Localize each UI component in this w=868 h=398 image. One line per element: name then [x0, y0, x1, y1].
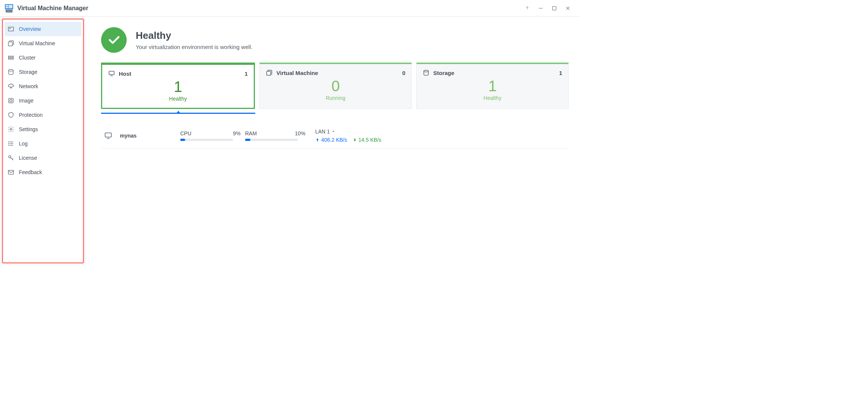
- card-sub-label: Healthy: [423, 95, 562, 101]
- svg-rect-29: [109, 71, 114, 75]
- sidebar-item-log[interactable]: Log: [5, 136, 81, 151]
- storage-icon: [8, 69, 14, 75]
- mail-icon: [8, 169, 14, 176]
- sidebar-item-label: Feedback: [19, 169, 42, 175]
- titlebar: Virtual Machine Manager: [0, 0, 579, 17]
- sidebar-item-label: Protection: [19, 112, 43, 118]
- lan-metric: LAN 1 406.2 KB/s 14.5 KB/s: [315, 129, 381, 143]
- card-count: 1: [245, 70, 248, 77]
- card-label: Virtual Machine: [276, 70, 318, 76]
- svg-point-23: [10, 129, 12, 130]
- sidebar-item-label: Network: [19, 83, 38, 89]
- sidebar-item-label: Virtual Machine: [19, 40, 55, 46]
- sidebar-item-feedback[interactable]: Feedback: [5, 165, 81, 179]
- svg-rect-17: [8, 56, 9, 60]
- card-big-value: 0: [266, 78, 405, 93]
- svg-point-10: [527, 9, 527, 10]
- sidebar: Overview Virtual Machine Cluster Storage…: [2, 18, 84, 263]
- vm-icon: [266, 69, 273, 76]
- cpu-value: 9%: [233, 130, 241, 136]
- sidebar-item-virtual-machine[interactable]: Virtual Machine: [5, 36, 81, 51]
- sidebar-item-license[interactable]: License: [5, 151, 81, 165]
- network-icon: [8, 83, 14, 90]
- svg-rect-31: [267, 71, 271, 75]
- svg-point-32: [424, 70, 428, 72]
- svg-rect-33: [105, 133, 112, 137]
- svg-rect-11: [539, 8, 542, 8]
- monitor-icon: [104, 132, 113, 140]
- lan-selector[interactable]: LAN 1: [315, 129, 381, 135]
- main-content: Healthy Your virtualization environment …: [86, 17, 579, 265]
- card-count: 0: [402, 70, 405, 76]
- sidebar-item-settings[interactable]: Settings: [5, 122, 81, 136]
- card-count: 1: [559, 70, 562, 76]
- card-big-value: 1: [423, 78, 562, 93]
- sidebar-item-label: License: [19, 155, 37, 161]
- close-button[interactable]: [561, 2, 575, 15]
- svg-point-20: [9, 69, 13, 71]
- status-title: Healthy: [136, 30, 253, 41]
- status-header: Healthy Your virtualization environment …: [101, 27, 569, 53]
- sidebar-item-label: Overview: [19, 26, 41, 32]
- help-button[interactable]: [520, 2, 534, 15]
- host-row[interactable]: mynas CPU 9% RAM 10%: [101, 123, 569, 148]
- sidebar-item-protection[interactable]: Protection: [5, 108, 81, 122]
- svg-point-24: [9, 142, 9, 142]
- card-big-value: 1: [108, 79, 248, 94]
- sidebar-item-label: Settings: [19, 126, 38, 132]
- lan-download: 14.5 KB/s: [353, 137, 382, 143]
- app-window: Virtual Machine Manager Overview Virtua: [0, 0, 579, 265]
- vm-icon: [8, 40, 14, 47]
- status-healthy-icon: [101, 27, 127, 53]
- svg-rect-1: [6, 5, 8, 6]
- app-icon: [5, 4, 14, 13]
- svg-point-27: [9, 156, 11, 158]
- svg-rect-6: [8, 11, 8, 12]
- sidebar-item-overview[interactable]: Overview: [5, 22, 81, 36]
- card-virtual-machine[interactable]: Virtual Machine 0 0 Running: [259, 63, 412, 109]
- arrow-up-icon: [315, 138, 320, 142]
- cpu-metric: CPU 9%: [180, 130, 241, 141]
- maximize-button[interactable]: [547, 2, 561, 15]
- overview-icon: [8, 26, 14, 32]
- log-icon: [8, 140, 14, 147]
- sidebar-item-label: Image: [19, 98, 34, 104]
- minimize-button[interactable]: [534, 2, 547, 15]
- svg-rect-9: [11, 11, 12, 12]
- svg-rect-2: [6, 7, 8, 8]
- card-host[interactable]: Host 1 1 Healthy: [101, 63, 255, 109]
- cluster-icon: [8, 54, 14, 61]
- ram-metric: RAM 10%: [245, 130, 305, 141]
- sidebar-item-image[interactable]: Image: [5, 93, 81, 108]
- svg-point-25: [9, 143, 9, 144]
- lan-label: LAN 1: [315, 129, 330, 135]
- sidebar-item-label: Log: [19, 141, 28, 147]
- svg-rect-13: [8, 27, 14, 31]
- card-label: Storage: [433, 70, 454, 76]
- monitor-icon: [108, 70, 115, 77]
- sidebar-item-network[interactable]: Network: [5, 79, 81, 93]
- sidebar-item-cluster[interactable]: Cluster: [5, 51, 81, 65]
- host-name: mynas: [120, 133, 180, 139]
- ram-value: 10%: [295, 130, 305, 136]
- svg-point-22: [10, 100, 12, 102]
- sidebar-item-storage[interactable]: Storage: [5, 65, 81, 79]
- chevron-down-icon: [331, 130, 335, 133]
- ram-label: RAM: [245, 130, 257, 136]
- svg-rect-8: [10, 11, 11, 12]
- svg-rect-16: [8, 42, 12, 46]
- card-sub-label: Running: [266, 95, 405, 101]
- key-icon: [8, 155, 14, 161]
- summary-cards: Host 1 1 Healthy Virtual Machine 0: [101, 63, 569, 109]
- sidebar-item-label: Storage: [19, 69, 37, 75]
- svg-rect-21: [9, 98, 13, 103]
- sidebar-item-label: Cluster: [19, 55, 35, 61]
- card-tab-indicator: [101, 109, 569, 119]
- window-title: Virtual Machine Manager: [17, 5, 88, 12]
- arrow-down-icon: [353, 138, 357, 142]
- svg-rect-3: [9, 5, 12, 8]
- storage-icon: [423, 69, 429, 76]
- gear-icon: [8, 126, 14, 133]
- card-storage[interactable]: Storage 1 1 Healthy: [416, 63, 569, 109]
- card-label: Host: [119, 70, 131, 77]
